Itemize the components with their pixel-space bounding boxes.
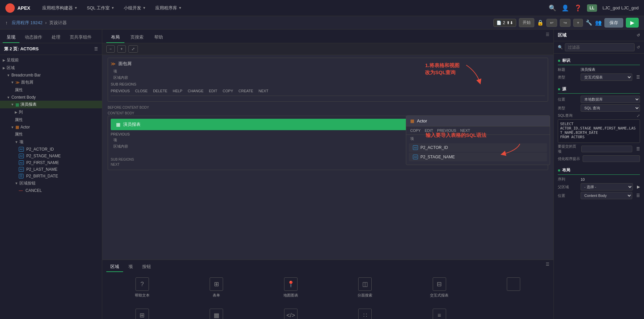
location-select[interactable]: 本地数据库 <box>581 96 640 103</box>
tree-item-attrs[interactable]: 属性 <box>0 116 102 124</box>
palette-classic-report[interactable]: ▦ 经典报表 <box>182 306 251 319</box>
sql-textarea[interactable]: SELECT ACTOR_ID,STAGE_NAME,FIRST_NAME,LA… <box>558 119 640 143</box>
tree-item-cols[interactable]: ▶ 列 <box>0 108 102 116</box>
popup-item-p2-stage-name[interactable]: AI P2_STAGE_NAME <box>409 153 547 161</box>
tab-render[interactable]: 呈现 <box>3 32 19 43</box>
tree-item-actor-report[interactable]: ▼ ▦ 演员报表 <box>0 101 102 108</box>
undo-button[interactable]: ↩ <box>546 19 557 27</box>
submit-pages-input[interactable] <box>581 146 632 152</box>
tree-item-p2-first-name[interactable]: AI P2_FIRST_NAME <box>0 159 102 166</box>
parent-region-icon[interactable]: ▶ <box>637 184 640 189</box>
action-edit[interactable]: EDIT <box>209 89 217 93</box>
bottom-tab-item[interactable]: 项 <box>124 262 137 272</box>
palette-map-chart[interactable]: 📍 地图图表 <box>256 275 325 301</box>
palette-interactive-grid[interactable]: ⊞ 交互式网格 <box>108 306 177 319</box>
right-panel-refresh-icon[interactable]: ↺ <box>637 33 640 38</box>
action-change[interactable]: CHANGE <box>188 89 204 93</box>
palette-help-text[interactable]: ? 帮助文本 <box>108 275 177 301</box>
add-button[interactable]: + <box>573 19 583 27</box>
tree-item-actor-attrs[interactable]: 属性 <box>0 130 102 138</box>
right-search-input[interactable] <box>565 43 635 51</box>
tree-item-actor[interactable]: ▼ ▦ Actor <box>0 124 102 130</box>
popup-previous[interactable]: PREVIOUS <box>437 128 456 132</box>
save-button[interactable]: 保存 <box>604 18 623 28</box>
tree-item-breadcrumb[interactable]: ▼ ≫ 面包屑 <box>0 78 102 86</box>
tree-item-p2-birth-date[interactable]: ☰ P2_BIRTH_DATE <box>0 173 102 179</box>
run-button[interactable]: ▶ <box>626 18 639 28</box>
apex-logo[interactable]: APEX <box>5 3 30 13</box>
tree-item-regions[interactable]: ▶ 区域 <box>0 64 102 72</box>
bottom-tab-region[interactable]: 区域 <box>106 262 123 272</box>
tab-dynamic-actions[interactable]: 动态操作 <box>21 32 46 43</box>
action-copy[interactable]: COPY <box>223 89 233 93</box>
source-type-select[interactable]: SQL 查询 <box>581 104 640 112</box>
palette-list[interactable]: ∷ 列表 <box>331 306 400 319</box>
tab-page-search[interactable]: 页搜索 <box>126 32 148 43</box>
tree-item-cancel[interactable]: — CANCEL <box>0 187 102 194</box>
position-select[interactable]: Content Body <box>581 192 632 199</box>
type-select[interactable]: 交互式报表 <box>581 73 632 81</box>
settings-icon[interactable]: 🔧 <box>586 19 592 26</box>
submit-pages-icon[interactable]: ☰ <box>636 147 640 151</box>
tree-item-render-before[interactable]: ▶ 呈现前 <box>0 56 102 64</box>
help-icon[interactable]: ❓ <box>574 4 582 12</box>
nav-item-team-dev[interactable]: 小组开发 ▼ <box>120 3 150 13</box>
user-icon[interactable]: 👤 <box>561 4 569 12</box>
tree-item-content-body[interactable]: ▼ Content Body <box>0 94 102 101</box>
action-next[interactable]: NEXT <box>259 89 268 93</box>
app-link[interactable]: 应用程序 19242 <box>12 20 43 26</box>
expand-btn[interactable]: ⤢ <box>128 45 138 53</box>
parent-region-select[interactable]: - 选择 - <box>581 183 633 191</box>
zoom-out-btn[interactable]: − <box>106 45 115 53</box>
tree-item-p2-actor-id[interactable]: AI P2_ACTOR_ID <box>0 146 102 153</box>
type-list-icon[interactable]: ☰ <box>636 75 640 79</box>
bottom-tab-menu[interactable]: ☰ <box>546 262 549 272</box>
right-filter-icon[interactable]: ↺ <box>637 45 640 50</box>
share-icon[interactable]: 👥 <box>595 19 602 26</box>
center-menu-icon[interactable]: ☰ <box>546 32 549 43</box>
action-delete[interactable]: DELETE <box>153 89 167 93</box>
nav-item-app-gallery[interactable]: 应用程序库 ▼ <box>151 3 186 13</box>
start-button[interactable]: 开始 <box>519 18 534 27</box>
palette-form[interactable]: ⊞ 表单 <box>182 275 251 301</box>
action-close[interactable]: CLOSE <box>135 89 148 93</box>
bottom-tab-button[interactable]: 按钮 <box>138 262 155 272</box>
palette-static-content[interactable]: </> 静态内容 <box>256 306 325 319</box>
popup-copy[interactable]: COPY <box>410 128 421 132</box>
canvas-area[interactable]: ≫ 面包屑 项 区域内容 SUB REGIONS PREVIOUS CLOSE … <box>102 55 553 260</box>
search-icon[interactable]: 🔍 <box>549 4 556 12</box>
tab-shared-components[interactable]: 页共享组件 <box>66 32 96 43</box>
zoom-in-btn[interactable]: + <box>117 45 126 53</box>
optimizer-input[interactable] <box>583 155 640 162</box>
right-search: 🔍 ↺ <box>554 41 644 54</box>
action-help[interactable]: HELP <box>173 89 182 93</box>
palette-faceted-search[interactable]: ◫ 分面搜索 <box>331 275 400 301</box>
nav-item-app-builder[interactable]: 应用程序构建器 ▼ <box>38 3 82 13</box>
tree-item-region-buttons[interactable]: ▼ 区域按钮 <box>0 179 102 187</box>
page-selector[interactable]: 📄 2 ⬆⬇ <box>493 19 516 27</box>
lock-icon[interactable]: 🔒 <box>537 19 544 26</box>
popup-next[interactable]: NEXT <box>460 128 470 132</box>
tab-layout[interactable]: 布局 <box>106 32 124 43</box>
tree-item-breadcrumb-attrs[interactable]: 属性 <box>0 86 102 94</box>
palette-list-view[interactable]: ≡ 列表视图 <box>405 306 474 319</box>
interactive-grid-icon: ⊞ <box>136 309 149 319</box>
identity-indicator: ■ <box>558 58 560 63</box>
palette-interactive-report[interactable]: ⊟ 交互式报表 <box>405 275 474 301</box>
page-icon: 📄 <box>496 20 501 25</box>
tree-item-p2-stage-name[interactable]: AI P2_STAGE_NAME <box>0 153 102 159</box>
nav-item-sql[interactable]: SQL 工作室 ▼ <box>83 3 118 13</box>
tree-item-breadcrumb-bar[interactable]: ▼ Breadcrumb Bar <box>0 72 102 78</box>
tab-help[interactable]: 帮助 <box>150 32 168 43</box>
action-previous[interactable]: PREVIOUS <box>111 89 130 93</box>
sql-expand-icon[interactable]: ⤢ <box>637 113 640 118</box>
tree-item-p2-last-name[interactable]: AI P2_LAST_NAME <box>0 166 102 173</box>
tree-item-items-group[interactable]: ▼ 项 <box>0 138 102 146</box>
redo-button[interactable]: ↪ <box>560 19 571 27</box>
action-create[interactable]: CREATE <box>238 89 253 93</box>
tab-processing[interactable]: 处理 <box>48 32 64 43</box>
position-icon[interactable]: ☰ <box>636 193 640 198</box>
tree-menu-icon[interactable]: ☰ <box>94 47 98 51</box>
popup-item-p2-actor-id[interactable]: AI P2_ACTOR_ID <box>409 143 547 152</box>
popup-edit[interactable]: EDIT <box>425 128 433 132</box>
